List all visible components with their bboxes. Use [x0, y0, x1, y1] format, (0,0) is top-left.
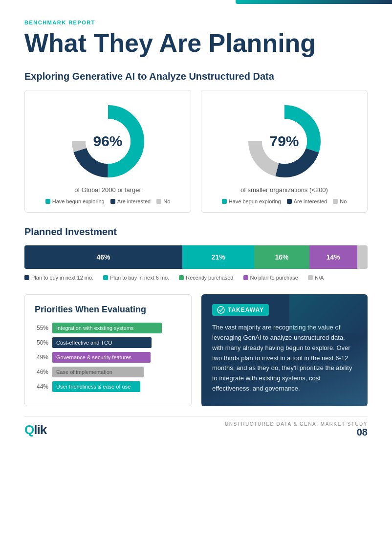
- priority-bar: Cost-effective and TCO: [52, 337, 152, 348]
- legend-label: Plan to buy in next 6 mo.: [110, 275, 169, 281]
- priorities-card: Priorities When Evaluating 55% Integrati…: [24, 294, 192, 406]
- takeaway-text: The vast majority are recognizing the va…: [212, 323, 357, 394]
- page-number: 08: [225, 427, 368, 438]
- purple-dot: [243, 275, 248, 280]
- legend-label: No plan to purchase: [250, 275, 298, 281]
- donut-chart-1: 96%: [69, 102, 147, 180]
- svg-point-8: [218, 306, 224, 313]
- gray-dot: [308, 275, 313, 280]
- donut1-value: 96%: [93, 133, 122, 150]
- legend-item: Have begun exploring: [222, 198, 281, 204]
- bar-segment-1: 46%: [24, 245, 182, 269]
- priority-pct: 46%: [35, 369, 48, 375]
- legend-item: Have begun exploring: [45, 198, 105, 204]
- priority-bar-wrap: User friendliness & ease of use: [52, 381, 181, 392]
- gray-dot: [333, 199, 338, 204]
- bar-segment-2: 21%: [182, 245, 254, 269]
- priority-pct: 44%: [35, 383, 48, 390]
- bar-segment-4: 14%: [309, 245, 357, 269]
- legend-label: Have begun exploring: [229, 198, 281, 204]
- gray-dot: [156, 199, 161, 204]
- study-label: UNSTRUCTURED DATA & GENAI MARKET STUDY: [225, 421, 368, 427]
- priority-bar-wrap: Integration with existing systems: [52, 323, 181, 333]
- priority-row-3: 49% Governance & security features: [35, 352, 181, 363]
- legend-item: Recently purchased: [179, 275, 233, 281]
- teal-dot: [222, 199, 227, 204]
- investment-section: Planned Investment 46% 21% 16% 14% Plan …: [24, 226, 368, 281]
- priority-row-5: 44% User friendliness & ease of use: [35, 381, 181, 392]
- section1-title: Exploring Generative AI to Analyze Unstr…: [24, 71, 368, 82]
- donut-card-1: 96% of Global 2000 or larger Have begun …: [24, 90, 191, 213]
- legend-item: Plan to buy in next 6 mo.: [103, 275, 169, 281]
- priority-row-1: 55% Integration with existing systems: [35, 323, 181, 333]
- legend-label: Are interested: [294, 198, 327, 204]
- priority-bar: User friendliness & ease of use: [52, 381, 140, 392]
- donut-chart-2: 79%: [245, 102, 324, 180]
- priority-bar: Integration with existing systems: [52, 323, 162, 333]
- donut1-legend: Have begun exploring Are interested No: [45, 198, 171, 204]
- legend-label: N/A: [315, 275, 324, 281]
- legend-item: Are interested: [287, 198, 327, 204]
- investment-legend: Plan to buy in next 12 mo. Plan to buy i…: [24, 275, 368, 281]
- legend-label: Recently purchased: [186, 275, 233, 281]
- main-title: What They Are Planning: [24, 29, 368, 57]
- legend-label: Are interested: [117, 198, 151, 204]
- takeaway-header: TAKEAWAY: [212, 304, 357, 316]
- legend-label: No: [340, 198, 347, 204]
- donut-section: 96% of Global 2000 or larger Have begun …: [24, 90, 368, 213]
- legend-label: Have begun exploring: [52, 198, 105, 204]
- legend-item: N/A: [308, 275, 324, 281]
- legend-item: No: [156, 198, 170, 204]
- benchmark-label: BENCHMARK REPORT: [24, 20, 368, 25]
- priority-pct: 50%: [35, 339, 48, 346]
- takeaway-label: TAKEAWAY: [228, 306, 264, 313]
- navy-dot: [287, 199, 292, 204]
- footer-right: UNSTRUCTURED DATA & GENAI MARKET STUDY 0…: [225, 421, 368, 438]
- priority-row-2: 50% Cost-effective and TCO: [35, 337, 181, 348]
- legend-label: No: [163, 198, 170, 204]
- priority-bar-wrap: Ease of implementation: [52, 367, 181, 377]
- priority-row-4: 46% Ease of implementation: [35, 367, 181, 377]
- donut-card-2: 79% of smaller organizations (<200) Have…: [201, 90, 368, 213]
- priority-bar: Governance & security features: [52, 352, 151, 363]
- teal-dot: [45, 199, 50, 204]
- priority-bar: Ease of implementation: [52, 367, 144, 377]
- donut2-value: 79%: [269, 133, 299, 150]
- priority-bar-wrap: Governance & security features: [52, 352, 181, 363]
- bar-segment-5: [357, 245, 368, 269]
- teal-dot: [103, 275, 108, 280]
- page: BENCHMARK REPORT What They Are Planning …: [0, 0, 392, 546]
- top-bar-accent: [236, 0, 392, 4]
- navy-dot: [110, 199, 115, 204]
- footer: Qlik UNSTRUCTURED DATA & GENAI MARKET ST…: [24, 416, 368, 438]
- legend-item: No: [333, 198, 347, 204]
- navy-dot: [24, 275, 29, 280]
- priority-pct: 55%: [35, 325, 48, 331]
- bottom-section: Priorities When Evaluating 55% Integrati…: [24, 294, 368, 406]
- donut1-label: of Global 2000 or larger: [74, 186, 141, 194]
- legend-item: Are interested: [110, 198, 151, 204]
- priority-pct: 49%: [35, 354, 48, 361]
- donut2-legend: Have begun exploring Are interested No: [222, 198, 347, 204]
- green-dot: [179, 275, 184, 280]
- qlik-logo: Qlik: [24, 422, 46, 437]
- investment-title: Planned Investment: [24, 226, 368, 238]
- legend-label: Plan to buy in next 12 mo.: [31, 275, 93, 281]
- donut2-label: of smaller organizations (<200): [240, 186, 328, 194]
- priorities-title: Priorities When Evaluating: [35, 305, 181, 315]
- takeaway-badge: TAKEAWAY: [212, 304, 269, 316]
- bar-segment-3: 16%: [254, 245, 309, 269]
- legend-item: No plan to purchase: [243, 275, 298, 281]
- takeaway-card: TAKEAWAY The vast majority are recognizi…: [201, 294, 368, 406]
- qlik-o: Q: [24, 422, 34, 437]
- checkmark-circle-icon: [217, 306, 225, 314]
- priority-bar-wrap: Cost-effective and TCO: [52, 337, 181, 348]
- legend-item: Plan to buy in next 12 mo.: [24, 275, 93, 281]
- stacked-bar: 46% 21% 16% 14%: [24, 245, 368, 269]
